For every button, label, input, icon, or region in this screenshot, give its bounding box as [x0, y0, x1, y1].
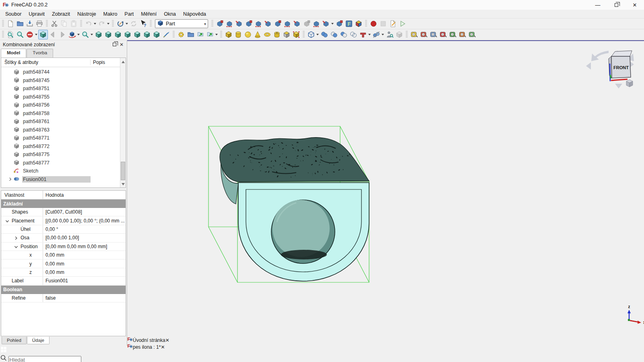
property-label[interactable]: Refine	[1, 294, 43, 302]
document-tab-pes-ilona-1-[interactable]: Fpes ilona : 1*✕	[127, 343, 644, 350]
tube-button[interactable]	[272, 30, 282, 39]
scroll-down-icon[interactable]	[122, 183, 125, 185]
measure-refresh-button[interactable]	[429, 30, 438, 39]
create-part-button[interactable]	[176, 30, 186, 39]
view-front-button[interactable]	[103, 30, 113, 39]
fillet-button[interactable]	[244, 19, 254, 29]
view-top-button[interactable]	[113, 30, 123, 39]
ruled-surface-button[interactable]	[273, 19, 283, 29]
view-axonometric-button[interactable]	[94, 30, 103, 39]
property-label[interactable]: Osa	[1, 234, 43, 242]
property-label[interactable]: z	[1, 268, 43, 276]
make-link-button[interactable]	[196, 30, 205, 39]
property-value[interactable]: 0,00 mm	[43, 251, 126, 259]
minimize-button[interactable]: ―	[588, 0, 607, 10]
torus-button[interactable]	[262, 30, 272, 39]
tree-item-path548772[interactable]: path548772	[1, 142, 126, 151]
cylinder-button[interactable]	[233, 30, 243, 39]
navigation-cube[interactable]: FRONT	[586, 51, 634, 88]
property-value[interactable]: 0,00 mm	[43, 268, 126, 276]
connect-dropdown-icon[interactable]	[368, 34, 371, 35]
boolean-common-button[interactable]	[339, 30, 349, 39]
menu-soubor[interactable]: Soubor	[2, 10, 25, 18]
close-panel-icon[interactable]: ✕	[118, 41, 125, 48]
create-group-button[interactable]	[186, 30, 196, 39]
expand-icon[interactable]	[14, 236, 18, 240]
menu-upravit[interactable]: Upravit	[25, 10, 48, 18]
menu-npovda[interactable]: Nápověda	[180, 10, 210, 18]
navcube-corner-cube[interactable]	[626, 80, 633, 87]
view-bottom-button[interactable]	[142, 30, 152, 39]
toolbar-handle[interactable]	[2, 31, 4, 38]
collapse-icon[interactable]	[14, 245, 18, 249]
macro-record-button[interactable]	[369, 19, 378, 29]
view-rear-button[interactable]	[132, 30, 142, 39]
close-tab-icon[interactable]: ✕	[165, 337, 169, 343]
zoom-dropdown-icon[interactable]	[91, 34, 93, 35]
property-value[interactable]: 0,00 °	[43, 225, 126, 233]
measure-angular-button[interactable]	[419, 30, 429, 39]
toolbar-handle[interactable]	[112, 20, 114, 27]
view-isometric-button[interactable]	[38, 30, 48, 39]
scrollbar-thumb[interactable]	[121, 162, 125, 180]
expander-icon[interactable]	[7, 177, 13, 181]
search-input[interactable]	[8, 356, 81, 362]
cube-button[interactable]	[224, 30, 233, 39]
tree-scrollbar[interactable]	[120, 58, 126, 187]
check-geometry-button[interactable]	[385, 30, 394, 39]
property-section-boolean[interactable]: Boolean	[1, 286, 126, 294]
property-label[interactable]: Placement	[1, 216, 43, 224]
measure-toggle-3d-button[interactable]	[458, 30, 467, 39]
mirror-button[interactable]	[234, 19, 244, 29]
tree-item-path548777[interactable]: path548777	[1, 159, 126, 167]
primitives-dialog-button[interactable]	[291, 30, 301, 39]
color-per-face-button[interactable]	[354, 19, 363, 29]
document-tab--vodn-str-nka[interactable]: FÚvodní stránka✕	[127, 336, 644, 343]
cone-button[interactable]	[253, 30, 262, 39]
property-label[interactable]: y	[1, 259, 43, 267]
compound-button[interactable]	[306, 30, 316, 39]
tree-item-sketch[interactable]: Sketch	[1, 167, 126, 175]
toolbar-handle[interactable]	[406, 31, 408, 38]
property-value[interactable]: Fusion001	[43, 277, 126, 285]
property-value[interactable]: [0,00 mm 0,00 mm 0,00 mm]	[43, 243, 126, 251]
close-button[interactable]: ✕	[625, 0, 644, 10]
toolbar-handle[interactable]	[220, 31, 222, 38]
toolbar-handle[interactable]	[150, 20, 152, 27]
tree-item-path548745[interactable]: path548745	[1, 76, 126, 85]
view-right-button[interactable]	[123, 30, 132, 39]
property-label[interactable]: x	[1, 251, 43, 259]
nav-down-arrow[interactable]	[615, 84, 622, 88]
nav-back-button[interactable]	[48, 30, 58, 39]
menu-nstroje[interactable]: Nástroje	[74, 10, 100, 18]
float-panel-icon[interactable]	[111, 41, 118, 48]
menu-okna[interactable]: Okna	[160, 10, 180, 18]
property-value[interactable]: 0,00 mm	[43, 259, 126, 267]
tab-model[interactable]: Model	[1, 49, 26, 58]
tree-item-path548761[interactable]: path548761	[1, 117, 126, 126]
tree-item-path548775[interactable]: path548775	[1, 150, 126, 159]
thickness-button[interactable]	[334, 19, 344, 29]
loft-button[interactable]	[283, 19, 292, 29]
open-file-button[interactable]	[15, 19, 25, 29]
offset-dropdown-icon[interactable]	[331, 23, 334, 25]
sweep-button[interactable]	[292, 19, 302, 29]
set-view-dropdown-icon[interactable]	[77, 34, 80, 35]
connect-button[interactable]	[358, 30, 368, 39]
tree-item-path548758[interactable]: path548758	[1, 109, 126, 118]
measure-clear-all-button[interactable]	[438, 30, 448, 39]
tree-item-path548771[interactable]: path548771	[1, 134, 126, 142]
refresh-view-dropdown-icon[interactable]	[126, 23, 128, 25]
extrude-button[interactable]	[215, 19, 225, 29]
make-sub-link-dropdown-icon[interactable]	[215, 34, 218, 35]
menu-zobrazit[interactable]: Zobrazit	[48, 10, 74, 18]
save-file-button[interactable]	[25, 19, 35, 29]
nav-left-arrow[interactable]	[586, 62, 591, 70]
boolean-cut-button[interactable]	[329, 30, 339, 39]
toolbar-handle[interactable]	[46, 20, 48, 27]
shape-from-text-button[interactable]: F	[344, 19, 354, 29]
compound-dropdown-icon[interactable]	[316, 34, 319, 35]
macro-edit-button[interactable]	[388, 19, 398, 29]
taskbar-search[interactable]	[0, 354, 644, 362]
shape-builder-button[interactable]	[282, 30, 291, 39]
